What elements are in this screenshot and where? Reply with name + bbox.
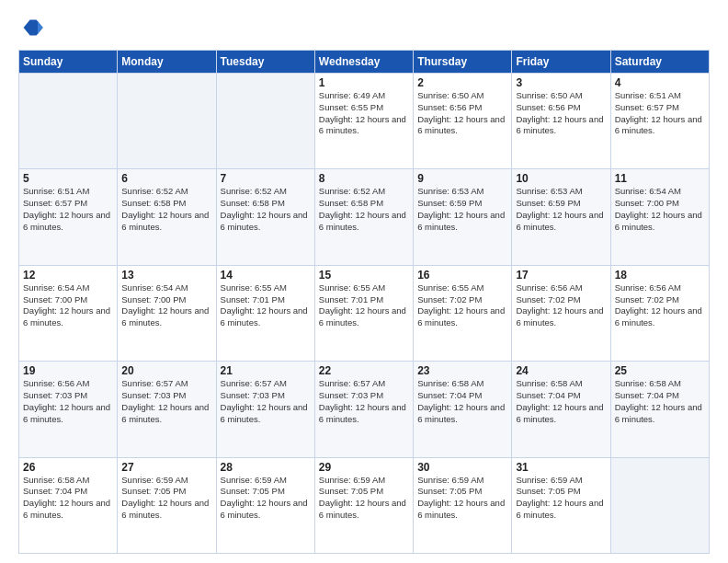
calendar-cell: 14Sunrise: 6:55 AM Sunset: 7:01 PM Dayli… bbox=[216, 265, 314, 361]
calendar-cell: 11Sunrise: 6:54 AM Sunset: 7:00 PM Dayli… bbox=[610, 169, 709, 265]
day-number: 29 bbox=[319, 461, 409, 474]
day-info: Sunrise: 6:51 AM Sunset: 6:57 PM Dayligh… bbox=[615, 90, 705, 137]
day-number: 19 bbox=[23, 364, 113, 377]
svg-marker-1 bbox=[38, 21, 43, 34]
day-number: 31 bbox=[516, 461, 606, 474]
day-info: Sunrise: 6:52 AM Sunset: 6:58 PM Dayligh… bbox=[221, 186, 311, 233]
calendar-cell: 17Sunrise: 6:56 AM Sunset: 7:02 PM Dayli… bbox=[512, 265, 610, 361]
day-number: 18 bbox=[615, 269, 705, 282]
weekday-header-thursday: Thursday bbox=[414, 51, 512, 74]
day-number: 7 bbox=[221, 172, 311, 185]
day-number: 24 bbox=[516, 364, 606, 377]
day-info: Sunrise: 6:57 AM Sunset: 7:03 PM Dayligh… bbox=[121, 378, 211, 425]
calendar-cell: 18Sunrise: 6:56 AM Sunset: 7:02 PM Dayli… bbox=[610, 265, 709, 361]
weekday-header-friday: Friday bbox=[512, 51, 610, 74]
weekday-header-saturday: Saturday bbox=[610, 51, 709, 74]
day-number: 4 bbox=[615, 76, 705, 89]
day-info: Sunrise: 6:53 AM Sunset: 6:59 PM Dayligh… bbox=[516, 186, 606, 233]
calendar-cell: 27Sunrise: 6:59 AM Sunset: 7:05 PM Dayli… bbox=[118, 457, 216, 553]
calendar-week-2: 5Sunrise: 6:51 AM Sunset: 6:57 PM Daylig… bbox=[19, 169, 710, 265]
calendar-cell: 16Sunrise: 6:55 AM Sunset: 7:02 PM Dayli… bbox=[414, 265, 512, 361]
day-info: Sunrise: 6:53 AM Sunset: 6:59 PM Dayligh… bbox=[417, 186, 507, 233]
calendar-cell: 28Sunrise: 6:59 AM Sunset: 7:05 PM Dayli… bbox=[216, 457, 314, 553]
weekday-header-wednesday: Wednesday bbox=[314, 51, 413, 74]
day-info: Sunrise: 6:49 AM Sunset: 6:55 PM Dayligh… bbox=[319, 90, 409, 137]
day-info: Sunrise: 6:54 AM Sunset: 7:00 PM Dayligh… bbox=[121, 282, 211, 329]
day-info: Sunrise: 6:55 AM Sunset: 7:01 PM Dayligh… bbox=[319, 282, 409, 329]
calendar-cell: 12Sunrise: 6:54 AM Sunset: 7:00 PM Dayli… bbox=[19, 265, 118, 361]
day-info: Sunrise: 6:57 AM Sunset: 7:03 PM Dayligh… bbox=[319, 378, 409, 425]
day-number: 10 bbox=[516, 172, 606, 185]
weekday-header-sunday: Sunday bbox=[19, 51, 118, 74]
day-info: Sunrise: 6:59 AM Sunset: 7:05 PM Dayligh… bbox=[417, 475, 507, 522]
calendar-cell: 21Sunrise: 6:57 AM Sunset: 7:03 PM Dayli… bbox=[216, 362, 314, 457]
weekday-header-tuesday: Tuesday bbox=[216, 51, 314, 74]
day-info: Sunrise: 6:56 AM Sunset: 7:02 PM Dayligh… bbox=[516, 282, 606, 329]
day-number: 5 bbox=[23, 172, 113, 185]
calendar-cell: 25Sunrise: 6:58 AM Sunset: 7:04 PM Dayli… bbox=[610, 362, 709, 457]
calendar-week-5: 26Sunrise: 6:58 AM Sunset: 7:04 PM Dayli… bbox=[19, 457, 710, 553]
day-info: Sunrise: 6:54 AM Sunset: 7:00 PM Dayligh… bbox=[23, 282, 113, 329]
day-number: 3 bbox=[516, 76, 606, 89]
calendar-cell: 19Sunrise: 6:56 AM Sunset: 7:03 PM Dayli… bbox=[19, 362, 118, 457]
calendar-table: SundayMondayTuesdayWednesdayThursdayFrid… bbox=[18, 50, 710, 554]
day-info: Sunrise: 6:52 AM Sunset: 6:58 PM Dayligh… bbox=[121, 186, 211, 233]
day-info: Sunrise: 6:51 AM Sunset: 6:57 PM Dayligh… bbox=[23, 186, 113, 233]
calendar-cell: 4Sunrise: 6:51 AM Sunset: 6:57 PM Daylig… bbox=[610, 74, 709, 169]
day-info: Sunrise: 6:59 AM Sunset: 7:05 PM Dayligh… bbox=[516, 475, 606, 522]
calendar-cell: 20Sunrise: 6:57 AM Sunset: 7:03 PM Dayli… bbox=[118, 362, 216, 457]
weekday-header-monday: Monday bbox=[118, 51, 216, 74]
calendar-week-3: 12Sunrise: 6:54 AM Sunset: 7:00 PM Dayli… bbox=[19, 265, 710, 361]
calendar-cell: 15Sunrise: 6:55 AM Sunset: 7:01 PM Dayli… bbox=[314, 265, 413, 361]
day-info: Sunrise: 6:55 AM Sunset: 7:01 PM Dayligh… bbox=[221, 282, 311, 329]
calendar-cell: 29Sunrise: 6:59 AM Sunset: 7:05 PM Dayli… bbox=[314, 457, 413, 553]
calendar-cell: 5Sunrise: 6:51 AM Sunset: 6:57 PM Daylig… bbox=[19, 169, 118, 265]
day-info: Sunrise: 6:52 AM Sunset: 6:58 PM Dayligh… bbox=[319, 186, 409, 233]
day-number: 20 bbox=[121, 364, 211, 377]
day-info: Sunrise: 6:56 AM Sunset: 7:03 PM Dayligh… bbox=[23, 378, 113, 425]
day-info: Sunrise: 6:59 AM Sunset: 7:05 PM Dayligh… bbox=[121, 475, 211, 522]
calendar-cell: 26Sunrise: 6:58 AM Sunset: 7:04 PM Dayli… bbox=[19, 457, 118, 553]
day-info: Sunrise: 6:58 AM Sunset: 7:04 PM Dayligh… bbox=[615, 378, 705, 425]
calendar-cell: 9Sunrise: 6:53 AM Sunset: 6:59 PM Daylig… bbox=[414, 169, 512, 265]
calendar-cell bbox=[19, 74, 118, 169]
day-info: Sunrise: 6:56 AM Sunset: 7:02 PM Dayligh… bbox=[615, 282, 705, 329]
calendar-cell: 2Sunrise: 6:50 AM Sunset: 6:56 PM Daylig… bbox=[414, 74, 512, 169]
day-number: 23 bbox=[417, 364, 507, 377]
calendar-cell: 8Sunrise: 6:52 AM Sunset: 6:58 PM Daylig… bbox=[314, 169, 413, 265]
day-number: 12 bbox=[23, 269, 113, 282]
day-number: 30 bbox=[417, 461, 507, 474]
calendar-cell bbox=[118, 74, 216, 169]
logo-area bbox=[18, 15, 48, 40]
day-number: 11 bbox=[615, 172, 705, 185]
logo-icon bbox=[18, 15, 44, 40]
day-number: 16 bbox=[417, 269, 507, 282]
day-number: 26 bbox=[23, 461, 113, 474]
day-info: Sunrise: 6:50 AM Sunset: 6:56 PM Dayligh… bbox=[417, 90, 507, 137]
day-number: 21 bbox=[221, 364, 311, 377]
calendar-cell: 10Sunrise: 6:53 AM Sunset: 6:59 PM Dayli… bbox=[512, 169, 610, 265]
calendar-cell bbox=[610, 457, 709, 553]
calendar-cell: 6Sunrise: 6:52 AM Sunset: 6:58 PM Daylig… bbox=[118, 169, 216, 265]
day-info: Sunrise: 6:57 AM Sunset: 7:03 PM Dayligh… bbox=[221, 378, 311, 425]
day-number: 17 bbox=[516, 269, 606, 282]
calendar-cell: 7Sunrise: 6:52 AM Sunset: 6:58 PM Daylig… bbox=[216, 169, 314, 265]
day-info: Sunrise: 6:59 AM Sunset: 7:05 PM Dayligh… bbox=[319, 475, 409, 522]
day-number: 9 bbox=[417, 172, 507, 185]
calendar-cell: 3Sunrise: 6:50 AM Sunset: 6:56 PM Daylig… bbox=[512, 74, 610, 169]
page: SundayMondayTuesdayWednesdayThursdayFrid… bbox=[0, 0, 728, 563]
day-info: Sunrise: 6:58 AM Sunset: 7:04 PM Dayligh… bbox=[23, 475, 113, 522]
calendar-cell: 31Sunrise: 6:59 AM Sunset: 7:05 PM Dayli… bbox=[512, 457, 610, 553]
day-info: Sunrise: 6:55 AM Sunset: 7:02 PM Dayligh… bbox=[417, 282, 507, 329]
calendar-cell: 22Sunrise: 6:57 AM Sunset: 7:03 PM Dayli… bbox=[314, 362, 413, 457]
day-info: Sunrise: 6:54 AM Sunset: 7:00 PM Dayligh… bbox=[615, 186, 705, 233]
day-number: 22 bbox=[319, 364, 409, 377]
day-info: Sunrise: 6:58 AM Sunset: 7:04 PM Dayligh… bbox=[516, 378, 606, 425]
day-info: Sunrise: 6:59 AM Sunset: 7:05 PM Dayligh… bbox=[221, 475, 311, 522]
day-number: 15 bbox=[319, 269, 409, 282]
calendar-cell: 1Sunrise: 6:49 AM Sunset: 6:55 PM Daylig… bbox=[314, 74, 413, 169]
day-info: Sunrise: 6:50 AM Sunset: 6:56 PM Dayligh… bbox=[516, 90, 606, 137]
day-number: 14 bbox=[221, 269, 311, 282]
calendar-cell: 23Sunrise: 6:58 AM Sunset: 7:04 PM Dayli… bbox=[414, 362, 512, 457]
weekday-header-row: SundayMondayTuesdayWednesdayThursdayFrid… bbox=[19, 51, 710, 74]
